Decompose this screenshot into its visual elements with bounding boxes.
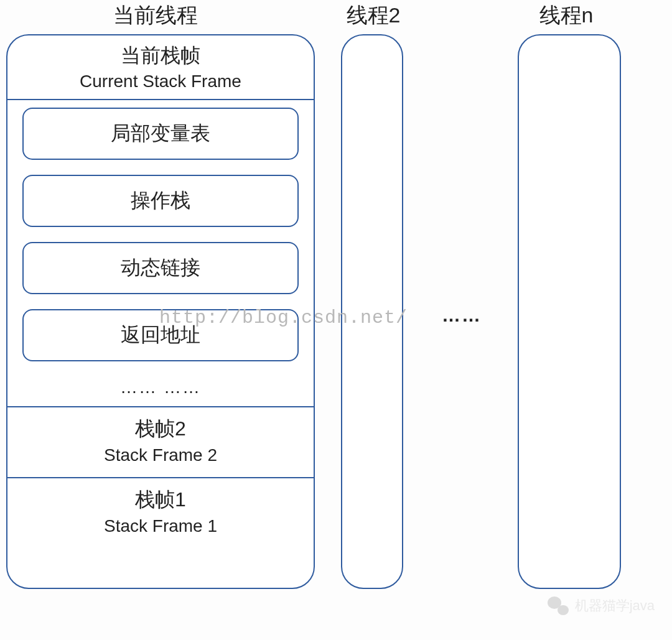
stack-frame-2: 栈帧2 Stack Frame 2 [7, 407, 314, 477]
wechat-label: 机器猫学java [575, 596, 655, 615]
frame2-title-en: Stack Frame 2 [10, 442, 311, 468]
header-thread-n: 线程n [523, 1, 610, 30]
wechat-badge: 机器猫学java [548, 595, 655, 616]
thread-n-stack [518, 34, 621, 589]
thread-current-stack: 当前栈帧 Current Stack Frame 局部变量表 操作栈 动态链接 … [6, 34, 315, 589]
stack-frame-1: 栈帧1 Stack Frame 1 [7, 478, 314, 548]
dynamic-linking: 动态链接 [22, 242, 299, 294]
threads-ellipsis: …… [412, 305, 511, 326]
current-frame-title-cn: 当前栈帧 [10, 42, 311, 69]
local-variable-table: 局部变量表 [22, 108, 299, 160]
return-address: 返回地址 [22, 309, 299, 361]
wechat-icon [548, 595, 569, 616]
frame1-title-cn: 栈帧1 [10, 486, 311, 513]
operand-stack: 操作栈 [22, 175, 299, 227]
header-thread-2: 线程2 [330, 1, 417, 30]
current-stack-frame-header: 当前栈帧 Current Stack Frame [7, 35, 314, 99]
current-frame-components: 局部变量表 操作栈 动态链接 返回地址 …… …… [7, 100, 314, 406]
thread-2-stack [341, 34, 403, 589]
frame2-title-cn: 栈帧2 [10, 415, 311, 442]
header-thread-current: 当前线程 [0, 1, 311, 30]
diagram-canvas: 当前线程 线程2 线程n 当前栈帧 Current Stack Frame 局部… [0, 0, 672, 640]
current-frame-title-en: Current Stack Frame [10, 69, 311, 94]
frame-components-more: …… …… [22, 376, 299, 406]
frame1-title-en: Stack Frame 1 [10, 513, 311, 539]
